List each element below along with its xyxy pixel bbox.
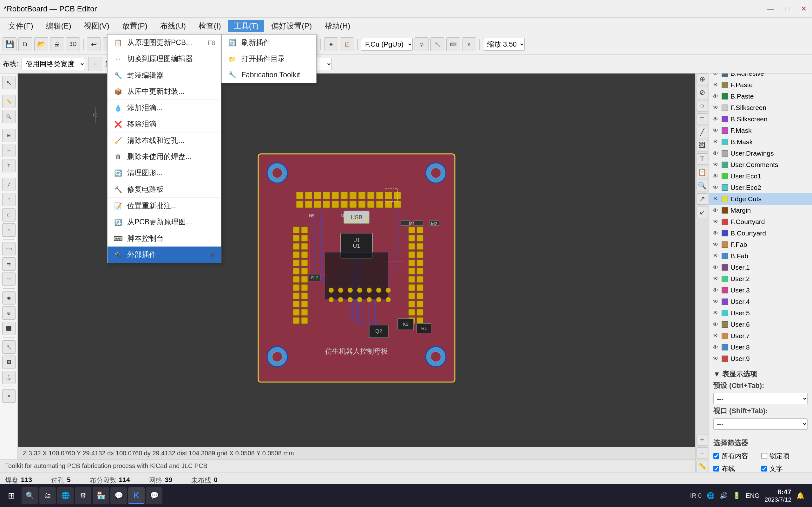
close-button[interactable]: ✕ (799, 4, 808, 13)
footprint-tool[interactable]: 🔧 (2, 340, 15, 354)
menu-view[interactable]: 视图(V) (78, 20, 115, 32)
layer-user7[interactable]: 👁 User.7 (709, 330, 812, 342)
notifications-icon[interactable]: 🔔 (797, 492, 804, 499)
layer-user4-eye[interactable]: 👁 (712, 298, 719, 305)
refresh-plugins-item[interactable]: 🔄 刷新插件 (222, 35, 316, 51)
menu-route[interactable]: 布线(U) (154, 20, 192, 32)
minimize-button[interactable]: — (766, 4, 775, 13)
layer-user6-eye[interactable]: 👁 (712, 321, 719, 328)
scripting-btn[interactable]: ⌨ (446, 38, 460, 51)
taskbar-teams[interactable]: 💬 (110, 487, 127, 504)
layer-user3[interactable]: 👁 User.3 (709, 285, 812, 296)
layer-usereco1-eye[interactable]: 👁 (712, 173, 719, 180)
image-tool[interactable]: 🖼 (2, 355, 15, 369)
rp-icon-12[interactable]: 📋 (697, 167, 708, 178)
external-plugins-item[interactable]: 🔌 外部插件 ▶ (107, 246, 221, 263)
repair-board-item[interactable]: 🔨 修复电路板 (107, 181, 221, 198)
display-options-toggle[interactable]: ▼ 表显示选项 (713, 368, 808, 381)
inspect-tool[interactable]: 🔍 (2, 110, 15, 123)
menu-file[interactable]: 文件(F) (3, 20, 39, 32)
layer-fpaste-eye[interactable]: 👁 (712, 81, 719, 89)
layer-bcourtyard[interactable]: 👁 B.Courtyard (709, 228, 812, 239)
layer-user7-eye[interactable]: 👁 (712, 332, 719, 339)
rp-icon-zoom-out[interactable]: − (697, 447, 708, 459)
layer-userdrawings[interactable]: 👁 User.Drawings (709, 148, 812, 159)
layer-user9-eye[interactable]: 👁 (712, 355, 719, 362)
rp-icon-11[interactable]: T (697, 153, 708, 165)
layer-fpaste[interactable]: 👁 F.Paste (709, 79, 812, 91)
layer-bmask[interactable]: 👁 B.Mask (709, 136, 812, 148)
layer-usereco1[interactable]: 👁 User.Eco1 (709, 170, 812, 182)
rp-icon-14[interactable]: ↗ (697, 193, 708, 205)
taskbar-wechat[interactable]: 💬 (146, 487, 162, 504)
layer-user5[interactable]: 👁 User.5 (709, 307, 812, 319)
lang-indicator[interactable]: ENG (746, 492, 759, 499)
scripting-item[interactable]: ⌨ 脚本控制台 (107, 230, 221, 246)
rule-tool[interactable]: 📏 (2, 95, 15, 108)
maximize-button[interactable]: □ (783, 4, 792, 13)
layer-user2-eye[interactable]: 👁 (712, 275, 719, 282)
netlist-btn[interactable]: 📋 (340, 38, 354, 51)
kicad-btn[interactable]: K (462, 38, 476, 51)
layer-bpaste-eye[interactable]: 👁 (712, 93, 719, 100)
layer-user2[interactable]: 👁 User.2 (709, 273, 812, 285)
layer-user3-eye[interactable]: 👁 (712, 287, 719, 294)
remove-teardrops-item[interactable]: ❌ 移除泪滴 (107, 116, 221, 132)
rp-icon-8[interactable]: □ (697, 113, 708, 125)
arc-tool[interactable]: ◜ (2, 193, 15, 206)
layer-fmask-eye[interactable]: 👁 (712, 127, 719, 134)
taskbar-search[interactable]: 🔍 (21, 487, 38, 504)
circle-tool[interactable]: ○ (2, 223, 15, 237)
net-btn[interactable]: ≡ (88, 57, 102, 71)
preset-select[interactable]: --- (713, 393, 808, 404)
via-tool[interactable]: ⊕ (2, 306, 15, 320)
layer-ffab[interactable]: 👁 F.Fab (709, 239, 812, 250)
layer-fsilkscreen[interactable]: 👁 F.Silkscreen (709, 102, 812, 113)
layer-tool-btn[interactable]: ◎ (415, 38, 428, 51)
layer-user9[interactable]: 👁 User.9 (709, 353, 812, 364)
update-footprints-item[interactable]: 📦 从库中更新封装... (107, 83, 221, 100)
new-button[interactable]: 🗋 (18, 38, 32, 51)
viewport-select[interactable]: --- (713, 418, 808, 430)
layer-bfab-eye[interactable]: 👁 (712, 252, 719, 260)
layer-usercomments[interactable]: 👁 User.Comments (709, 159, 812, 170)
layer-user6[interactable]: 👁 User.6 (709, 319, 812, 330)
layer-bmask-eye[interactable]: 👁 (712, 138, 719, 146)
footprint-editor-item[interactable]: 🔧 封装编辑器 (107, 67, 221, 83)
board-setup-btn[interactable]: 🔧 (430, 38, 444, 51)
select-tool[interactable]: ↖ (2, 76, 15, 89)
rp-icon-ruler[interactable]: 📏 (697, 461, 708, 472)
fabrication-toolkit-item[interactable]: 🔧 Fabrication Toolkit (222, 67, 316, 83)
renumber-item[interactable]: 📝 位置重新批注... (107, 198, 221, 214)
rect-tool[interactable]: □ (2, 208, 15, 222)
filter-locked-checkbox[interactable] (761, 453, 767, 459)
filter-all-checkbox[interactable] (713, 453, 719, 459)
taskbar-edge[interactable]: 🌐 (57, 487, 73, 504)
update-schema-item[interactable]: 🔃 从PCB更新原理图... (107, 214, 221, 230)
zoom-select[interactable]: 缩放 3.50 (483, 38, 525, 51)
rp-icon-5[interactable]: ⊕ (697, 73, 708, 85)
menu-edit[interactable]: 编辑(E) (40, 20, 77, 32)
line-tool[interactable]: ╱ (2, 178, 15, 191)
menu-inspect[interactable]: 检查(I) (193, 20, 227, 32)
layer-margin[interactable]: 👁 Margin (709, 205, 812, 216)
menu-help[interactable]: 帮助(H) (319, 20, 356, 32)
filter-routing-checkbox[interactable] (713, 466, 719, 471)
menu-tools[interactable]: 工具(T) (228, 20, 264, 32)
layer-user8-eye[interactable]: 👁 (712, 344, 719, 351)
clear-routing-item[interactable]: 🧹 清除布线和过孔... (107, 132, 221, 149)
layer-user1[interactable]: 👁 User.1 (709, 262, 812, 273)
taskbar-kicad[interactable]: K (128, 487, 145, 504)
delete-pads-item[interactable]: 🗑 删除未使用的焊盘... (107, 149, 221, 165)
open-button[interactable]: 📂 (34, 38, 48, 51)
dimension-tool[interactable]: ↔ (2, 144, 15, 157)
layer-fmask[interactable]: 👁 F.Mask (709, 125, 812, 136)
pad-tool[interactable]: ◉ (2, 291, 15, 304)
switch-schema-item[interactable]: ↔ 切换到原理图编辑器 (107, 51, 221, 67)
delete-tool[interactable]: ✕ (2, 389, 15, 403)
rp-icon-7[interactable]: ○ (697, 100, 708, 112)
filter-text-checkbox[interactable] (761, 466, 767, 471)
layer-bcourtyard-eye[interactable]: 👁 (712, 230, 719, 237)
clean-graphics-item[interactable]: 🔄 清理图形... (107, 165, 221, 181)
drc-btn[interactable]: ⊕ (324, 38, 338, 51)
